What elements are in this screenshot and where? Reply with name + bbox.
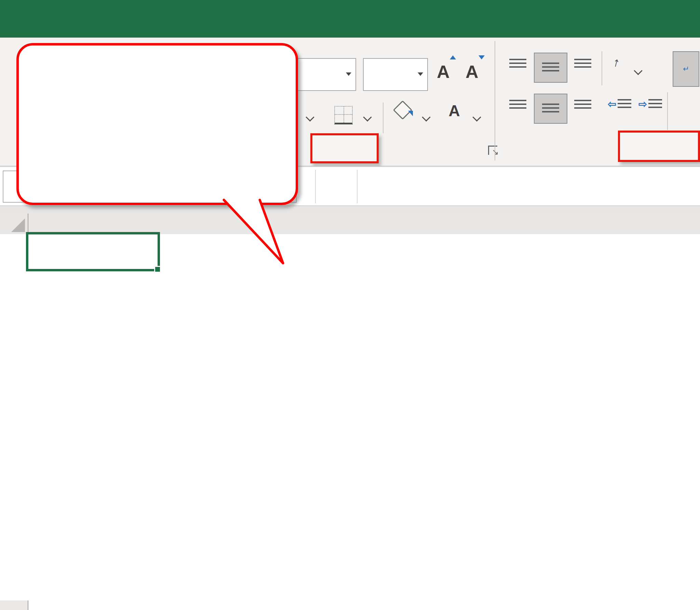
insert-function-icon[interactable] — [321, 171, 355, 203]
bottom-align-button[interactable] — [574, 59, 591, 69]
chevron-down-icon — [418, 72, 423, 76]
decrease-font-size-button[interactable]: A — [466, 62, 479, 82]
divider — [602, 51, 602, 85]
increase-indent-button[interactable]: ⇨ — [638, 99, 662, 109]
underline-dropdown-chevron-icon[interactable] — [306, 113, 314, 121]
borders-icon[interactable] — [334, 106, 353, 124]
fill-color-dropdown-chevron-icon[interactable] — [422, 113, 430, 121]
decrease-indent-lines-icon — [618, 99, 631, 109]
select-all-corner[interactable] — [0, 214, 28, 234]
selected-cell-outline — [26, 232, 160, 271]
decrease-indent-button[interactable]: ⇦ — [608, 99, 631, 109]
divider — [357, 170, 358, 203]
font-color-dropdown-chevron-icon[interactable] — [472, 113, 481, 121]
increase-font-size-button[interactable]: A — [437, 62, 450, 82]
decrease-font-size-arrow-icon — [479, 55, 485, 59]
sheet-gap-strip — [0, 206, 700, 214]
decrease-indent-arrow-icon: ⇦ — [608, 99, 616, 109]
divider — [495, 41, 495, 161]
align-center-icon — [542, 104, 559, 114]
font-size-combobox[interactable] — [363, 58, 428, 91]
column-header-strip — [0, 214, 700, 234]
fill-handle[interactable] — [154, 266, 161, 273]
row-header-partial — [0, 600, 28, 610]
paint-spill-icon — [408, 111, 413, 116]
borders-dropdown-chevron-icon[interactable] — [363, 113, 372, 121]
instruction-callout — [16, 43, 298, 205]
font-group-annotation-box — [310, 133, 379, 163]
top-align-button[interactable] — [509, 59, 526, 69]
ribbon-tab-bar — [0, 0, 700, 38]
align-right-button[interactable] — [574, 100, 591, 110]
middle-align-button[interactable] — [534, 53, 567, 83]
align-left-button[interactable] — [509, 100, 526, 110]
paint-bucket-icon — [393, 100, 413, 120]
align-center-button[interactable] — [534, 94, 567, 124]
divider — [667, 92, 668, 130]
increase-indent-arrow-icon: ⇨ — [638, 99, 647, 109]
fill-color-swatch — [392, 125, 414, 131]
divider — [315, 170, 316, 203]
font-dialog-launcher-icon[interactable] — [488, 146, 497, 155]
wrap-text-button[interactable]: ↵ — [673, 51, 699, 87]
divider — [383, 103, 383, 133]
fill-color-button[interactable] — [392, 101, 414, 132]
middle-align-icon — [542, 63, 559, 73]
increase-indent-lines-icon — [648, 99, 662, 109]
wrap-text-icon: ↵ — [683, 65, 689, 73]
font-color-icon: A — [444, 101, 465, 120]
alignment-group-annotation-box — [618, 131, 700, 162]
orientation-icon[interactable]: ↗ — [609, 57, 622, 70]
font-color-swatch — [444, 125, 464, 131]
orientation-dropdown-chevron-icon[interactable] — [634, 66, 642, 75]
font-color-button[interactable]: A — [444, 101, 465, 132]
chevron-down-icon — [346, 72, 351, 76]
increase-font-size-arrow-icon — [450, 55, 456, 59]
